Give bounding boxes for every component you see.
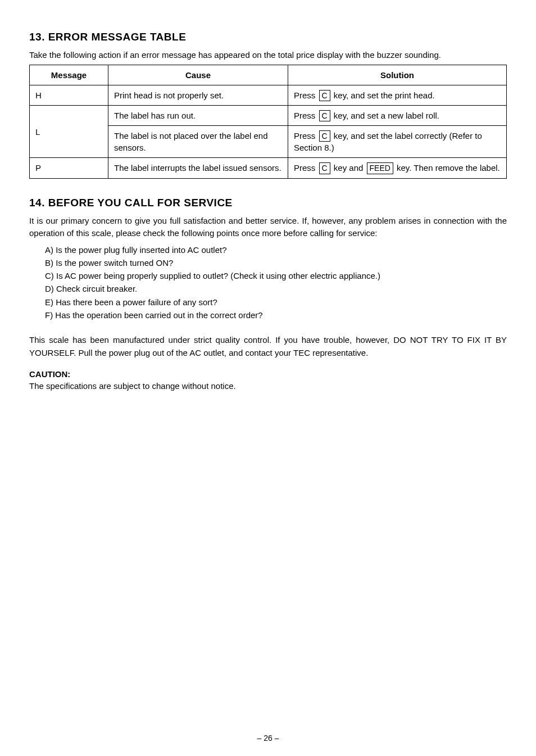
- cell-solution: Press C key, and set the label correctly…: [288, 126, 507, 158]
- cell-message-l: L: [30, 105, 108, 157]
- solution-text: Press: [294, 90, 318, 100]
- solution-text: key, and set a new label roll.: [331, 111, 439, 120]
- cell-solution: Press C key, and set a new label roll.: [288, 105, 507, 125]
- cell-cause: The label is not placed over the label e…: [108, 126, 288, 158]
- cell-message-h: H: [30, 85, 108, 105]
- caution-text: The specifications are subject to change…: [29, 380, 507, 392]
- table-row: H Print head is not properly set. Press …: [30, 85, 507, 105]
- page-number: – 26 –: [0, 734, 536, 743]
- list-item: C) Is AC power being properly supplied t…: [45, 269, 507, 282]
- cell-solution: Press C key and FEED key. Then remove th…: [288, 158, 507, 178]
- solution-text: key, and set the print head.: [331, 90, 435, 100]
- error-table-intro: Take the following action if an error me…: [29, 49, 507, 61]
- cell-message-p: P: [30, 158, 108, 178]
- col-header-message: Message: [30, 65, 108, 85]
- solution-text: Press: [294, 163, 318, 173]
- section-heading-before-service: 14. BEFORE YOU CALL FOR SERVICE: [29, 197, 507, 209]
- table-row: P The label interrupts the label issued …: [30, 158, 507, 178]
- service-checklist: A) Is the power plug fully inserted into…: [45, 243, 507, 322]
- keycap-c-icon: C: [319, 130, 330, 142]
- solution-text: key and: [331, 163, 366, 173]
- list-item: B) Is the power switch turned ON?: [45, 256, 507, 269]
- table-row: L The label has run out. Press C key, an…: [30, 105, 507, 125]
- caution-label: CAUTION:: [29, 369, 507, 379]
- solution-text: key. Then remove the label.: [394, 163, 500, 173]
- cell-cause: The label has run out.: [108, 105, 288, 125]
- table-header-row: Message Cause Solution: [30, 65, 507, 85]
- keycap-c-icon: C: [319, 162, 330, 174]
- list-item: E) Has there been a power failure of any…: [45, 296, 507, 309]
- section-heading-error-table: 13. ERROR MESSAGE TABLE: [29, 31, 507, 43]
- keycap-feed-icon: FEED: [367, 162, 393, 174]
- error-message-table: Message Cause Solution H Print head is n…: [29, 65, 507, 179]
- cell-cause: Print head is not properly set.: [108, 85, 288, 105]
- keycap-c-icon: C: [319, 110, 330, 121]
- list-item: F) Has the operation been carried out in…: [45, 309, 507, 322]
- before-service-intro: It is our primary concern to give you fu…: [29, 215, 507, 240]
- list-item: A) Is the power plug fully inserted into…: [45, 243, 507, 256]
- cell-solution: Press C key, and set the print head.: [288, 85, 507, 105]
- solution-text: Press: [294, 111, 318, 120]
- keycap-c-icon: C: [319, 90, 330, 101]
- cell-cause: The label interrupts the label issued se…: [108, 158, 288, 178]
- col-header-cause: Cause: [108, 65, 288, 85]
- list-item: D) Check circuit breaker.: [45, 282, 507, 295]
- before-service-closing: This scale has been manufactured under s…: [29, 334, 507, 359]
- col-header-solution: Solution: [288, 65, 507, 85]
- solution-text: Press: [294, 131, 318, 141]
